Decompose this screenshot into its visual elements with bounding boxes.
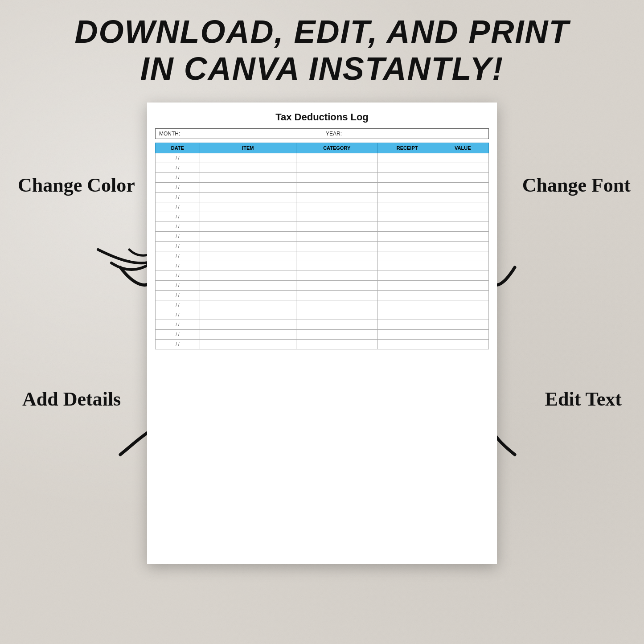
value-cell — [437, 291, 488, 300]
value-cell — [437, 310, 488, 320]
date-cell: / / — [156, 232, 200, 242]
annotation-add-details: Add Details — [22, 388, 121, 411]
table-row: / / — [156, 310, 489, 320]
document: Tax Deductions Log MONTH: YEAR: DATE ITE… — [147, 103, 497, 564]
date-cell: / / — [156, 202, 200, 212]
value-cell — [437, 251, 488, 261]
date-cell: / / — [156, 281, 200, 291]
receipt-cell — [377, 271, 437, 281]
category-cell — [296, 261, 377, 271]
col-item: ITEM — [200, 143, 296, 153]
table-row: / / — [156, 232, 489, 242]
category-cell — [296, 183, 377, 193]
category-cell — [296, 232, 377, 242]
item-cell — [200, 193, 296, 202]
table-row: / / — [156, 251, 489, 261]
log-table: DATE ITEM CATEGORY RECEIPT VALUE / // //… — [155, 143, 489, 349]
table-row: / / — [156, 340, 489, 349]
item-cell — [200, 340, 296, 349]
item-cell — [200, 202, 296, 212]
category-cell — [296, 173, 377, 183]
annotation-change-font: Change Font — [522, 174, 631, 197]
value-cell — [437, 153, 488, 163]
table-row: / / — [156, 291, 489, 300]
receipt-cell — [377, 183, 437, 193]
table-row: / / — [156, 212, 489, 222]
value-cell — [437, 173, 488, 183]
category-cell — [296, 281, 377, 291]
table-row: / / — [156, 261, 489, 271]
value-cell — [437, 281, 488, 291]
category-cell — [296, 340, 377, 349]
value-cell — [437, 222, 488, 232]
heading-line1: DOWNLOAD, EDIT, AND PRINT — [0, 13, 644, 50]
col-category: CATEGORY — [296, 143, 377, 153]
value-cell — [437, 300, 488, 310]
table-row: / / — [156, 300, 489, 310]
receipt-cell — [377, 242, 437, 251]
receipt-cell — [377, 173, 437, 183]
item-cell — [200, 281, 296, 291]
annotation-edit-text: Edit Text — [545, 388, 622, 411]
receipt-cell — [377, 212, 437, 222]
month-year-row: MONTH: YEAR: — [155, 128, 489, 139]
date-cell: / / — [156, 300, 200, 310]
col-value: VALUE — [437, 143, 488, 153]
value-cell — [437, 202, 488, 212]
value-cell — [437, 320, 488, 330]
item-cell — [200, 330, 296, 340]
category-cell — [296, 222, 377, 232]
receipt-cell — [377, 153, 437, 163]
category-cell — [296, 202, 377, 212]
table-row: / / — [156, 330, 489, 340]
table-row: / / — [156, 242, 489, 251]
date-cell: / / — [156, 330, 200, 340]
value-cell — [437, 232, 488, 242]
receipt-cell — [377, 281, 437, 291]
table-row: / / — [156, 281, 489, 291]
value-cell — [437, 261, 488, 271]
date-cell: / / — [156, 251, 200, 261]
table-row: / / — [156, 193, 489, 202]
value-cell — [437, 193, 488, 202]
item-cell — [200, 300, 296, 310]
category-cell — [296, 193, 377, 202]
value-cell — [437, 330, 488, 340]
receipt-cell — [377, 251, 437, 261]
month-field: MONTH: — [156, 129, 322, 139]
date-cell: / / — [156, 163, 200, 173]
date-cell: / / — [156, 193, 200, 202]
date-cell: / / — [156, 153, 200, 163]
category-cell — [296, 251, 377, 261]
category-cell — [296, 300, 377, 310]
table-row: / / — [156, 183, 489, 193]
table-row: / / — [156, 320, 489, 330]
col-receipt: RECEIPT — [377, 143, 437, 153]
date-cell: / / — [156, 222, 200, 232]
year-field: YEAR: — [322, 129, 488, 139]
table-row: / / — [156, 153, 489, 163]
item-cell — [200, 320, 296, 330]
item-cell — [200, 291, 296, 300]
date-cell: / / — [156, 173, 200, 183]
item-cell — [200, 212, 296, 222]
item-cell — [200, 153, 296, 163]
value-cell — [437, 271, 488, 281]
category-cell — [296, 310, 377, 320]
table-row: / / — [156, 202, 489, 212]
category-cell — [296, 242, 377, 251]
date-cell: / / — [156, 291, 200, 300]
item-cell — [200, 222, 296, 232]
item-cell — [200, 163, 296, 173]
date-cell: / / — [156, 320, 200, 330]
receipt-cell — [377, 340, 437, 349]
date-cell: / / — [156, 271, 200, 281]
item-cell — [200, 173, 296, 183]
category-cell — [296, 330, 377, 340]
item-cell — [200, 242, 296, 251]
item-cell — [200, 251, 296, 261]
item-cell — [200, 183, 296, 193]
receipt-cell — [377, 232, 437, 242]
category-cell — [296, 291, 377, 300]
col-date: DATE — [156, 143, 200, 153]
